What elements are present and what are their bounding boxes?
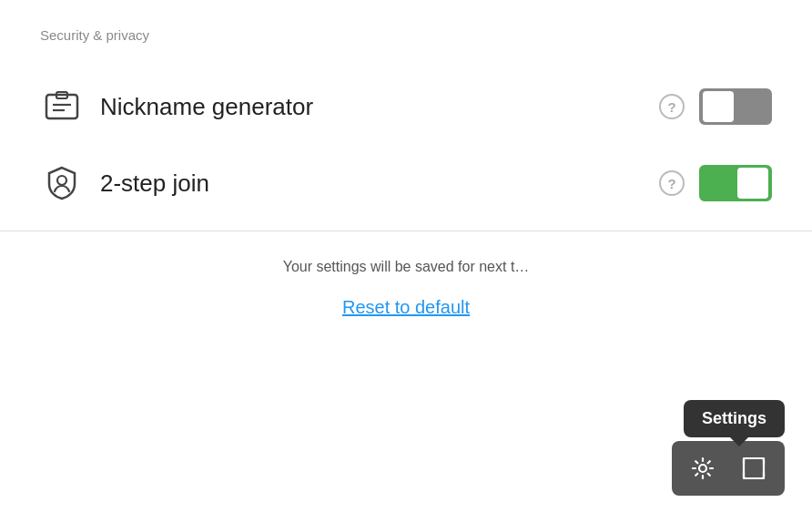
settings-expand-button[interactable] <box>734 448 774 488</box>
nickname-generator-label: Nickname generator <box>100 93 659 121</box>
two-step-join-toggle-knob <box>737 168 768 199</box>
settings-bar <box>672 441 785 496</box>
svg-point-5 <box>699 465 706 472</box>
svg-point-4 <box>57 176 66 185</box>
reset-to-default-button[interactable]: Reset to default <box>342 297 470 318</box>
svg-rect-6 <box>744 458 764 478</box>
nickname-generator-row: Nickname generator ? <box>40 68 772 145</box>
settings-gear-button[interactable] <box>683 448 723 488</box>
badge-icon <box>40 85 84 128</box>
shield-person-icon <box>40 161 84 205</box>
two-step-join-help-icon[interactable]: ? <box>659 170 685 196</box>
settings-popup: Settings <box>672 400 785 496</box>
two-step-join-row: 2-step join ? <box>40 145 772 221</box>
main-content: Security & privacy Nickname generator ? … <box>0 0 812 221</box>
two-step-join-label: 2-step join <box>100 169 659 198</box>
two-step-join-toggle[interactable] <box>699 165 772 201</box>
section-title: Security & privacy <box>40 27 772 43</box>
settings-tooltip: Settings <box>684 400 785 437</box>
nickname-generator-toggle-knob <box>703 91 734 122</box>
nickname-generator-toggle[interactable] <box>699 88 772 125</box>
nickname-generator-help-icon[interactable]: ? <box>659 94 685 119</box>
footer-info-text: Your settings will be saved for next t… <box>40 259 772 275</box>
footer-section: Your settings will be saved for next t… … <box>0 231 812 345</box>
